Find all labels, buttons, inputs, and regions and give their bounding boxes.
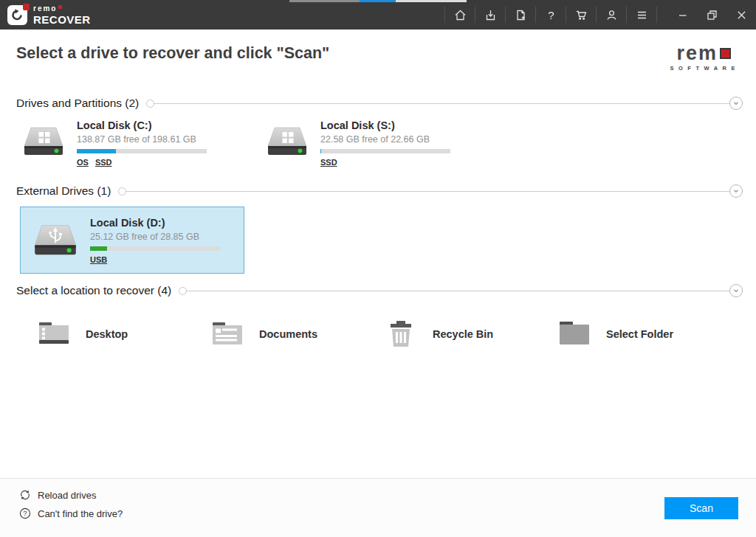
svg-text:?: ?: [23, 509, 27, 517]
scan-button[interactable]: Scan: [664, 497, 738, 519]
desktop-folder-icon: [37, 319, 71, 349]
section-locations-header: Select a location to recover (4): [16, 284, 743, 297]
drive-card-s[interactable]: Local Disk (S:) 22.58 GB free of 22.66 G…: [266, 119, 487, 167]
menu-icon[interactable]: [627, 0, 656, 30]
collapse-external-chevron-down-icon[interactable]: [729, 184, 743, 198]
documents-folder-icon: [210, 319, 244, 349]
section-external-label: External Drives (1): [16, 184, 111, 198]
titlebar-actions: ?: [444, 0, 756, 30]
drive-usage-bar: [90, 246, 220, 251]
logo-red-dot: [23, 4, 30, 10]
account-icon[interactable]: [597, 0, 626, 30]
section-locations-label: Select a location to recover (4): [16, 284, 171, 297]
section-line-knob: [146, 100, 154, 108]
cart-icon[interactable]: [566, 0, 596, 30]
drive-tag-os: OS: [77, 158, 89, 167]
drive-tag-ssd: SSD: [95, 158, 112, 167]
reload-icon: [19, 489, 31, 501]
brand-small-label: remo: [33, 5, 57, 13]
brand-text: remo RECOVER: [33, 5, 91, 25]
cant-find-drive-link[interactable]: ? Can't find the drive?: [19, 507, 123, 519]
drive-name: Local Disk (D:): [90, 217, 220, 229]
location-label: Desktop: [86, 328, 128, 340]
drive-usage-fill: [90, 246, 107, 251]
drive-free-space: 138.87 GB free of 198.61 GB: [77, 134, 207, 145]
location-label: Documents: [259, 328, 317, 340]
cant-find-drive-label: Can't find the drive?: [38, 508, 123, 519]
undo-arrow-icon: [10, 8, 24, 22]
collapse-drives-chevron-down-icon[interactable]: [729, 97, 743, 110]
remo-software-logo: rem SOFTWARE: [668, 44, 740, 72]
strip-segment-light: [396, 0, 467, 2]
strip-segment-blue: [360, 0, 396, 2]
drive-tag-ssd: SSD: [320, 158, 337, 167]
collapse-locations-chevron-down-icon[interactable]: [729, 284, 743, 297]
add-file-icon[interactable]: [506, 0, 535, 30]
drive-free-space: 22.58 GB free of 22.66 GB: [320, 134, 450, 145]
section-drives-label: Drives and Partitions (2): [16, 97, 139, 110]
brand-large-label: RECOVER: [33, 14, 91, 25]
drive-usage-fill: [77, 149, 116, 153]
hard-drive-windows-icon: [266, 124, 309, 167]
drives-list: Local Disk (C:) 138.87 GB free of 198.61…: [22, 119, 756, 167]
home-icon[interactable]: [445, 0, 475, 30]
section-drives-header: Drives and Partitions (2): [16, 97, 743, 110]
location-label: Select Folder: [606, 328, 673, 340]
location-recycle-bin[interactable]: Recycle Bin: [384, 319, 557, 349]
location-select-folder[interactable]: Select Folder: [557, 319, 731, 349]
download-icon[interactable]: [475, 0, 505, 30]
titlebar: remo RECOVER ?: [0, 0, 756, 30]
brand-red-square: [58, 5, 62, 9]
footer-bar: Reload drives ? Can't find the drive? Sc…: [0, 478, 756, 537]
reload-drives-link[interactable]: Reload drives: [19, 489, 123, 501]
titlebar-progress-strip: [289, 0, 467, 2]
drive-usage-fill: [320, 149, 321, 153]
drive-name: Local Disk (C:): [77, 119, 207, 131]
separator: [656, 7, 657, 23]
strip-segment-gray: [289, 0, 360, 2]
remo-logo-word: rem: [676, 44, 718, 62]
location-documents[interactable]: Documents: [210, 319, 384, 349]
recycle-bin-icon: [384, 319, 418, 349]
select-folder-icon: [557, 319, 591, 349]
app-logo: remo RECOVER: [7, 5, 91, 25]
remo-logo-subtitle: SOFTWARE: [670, 65, 740, 72]
drive-card-d-selected[interactable]: Local Disk (D:) 25.12 GB free of 28.85 G…: [20, 207, 244, 274]
section-divider-line: [154, 103, 730, 104]
app-logo-icon: [7, 5, 27, 25]
locations-list: Desktop Documents Recycle Bin Select Fol…: [37, 319, 756, 349]
drive-usage-bar: [77, 149, 207, 153]
page-title: Select a drive to recover and click "Sca…: [16, 44, 329, 63]
question-circle-icon: ?: [19, 507, 31, 519]
section-divider-line: [186, 291, 730, 291]
close-icon[interactable]: [726, 0, 756, 30]
drive-card-c[interactable]: Local Disk (C:) 138.87 GB free of 198.61…: [22, 119, 244, 167]
location-desktop[interactable]: Desktop: [37, 319, 210, 349]
drive-free-space: 25.12 GB free of 28.85 GB: [90, 232, 220, 242]
location-label: Recycle Bin: [433, 328, 493, 340]
section-divider-line: [126, 191, 730, 192]
drive-name: Local Disk (S:): [320, 119, 450, 131]
help-icon[interactable]: ?: [536, 0, 566, 30]
drive-tag-usb: USB: [90, 255, 107, 264]
section-external-header: External Drives (1): [16, 184, 743, 198]
hard-drive-windows-icon: [22, 124, 65, 167]
remo-logo-red-square: [720, 48, 731, 59]
drive-usage-bar: [320, 149, 450, 153]
reload-drives-label: Reload drives: [38, 490, 97, 501]
usb-drive-icon: [32, 221, 78, 264]
section-line-knob: [179, 287, 187, 295]
minimize-icon[interactable]: [667, 0, 697, 30]
restore-icon[interactable]: [697, 0, 726, 30]
section-line-knob: [118, 187, 126, 195]
svg-text:?: ?: [548, 8, 554, 21]
